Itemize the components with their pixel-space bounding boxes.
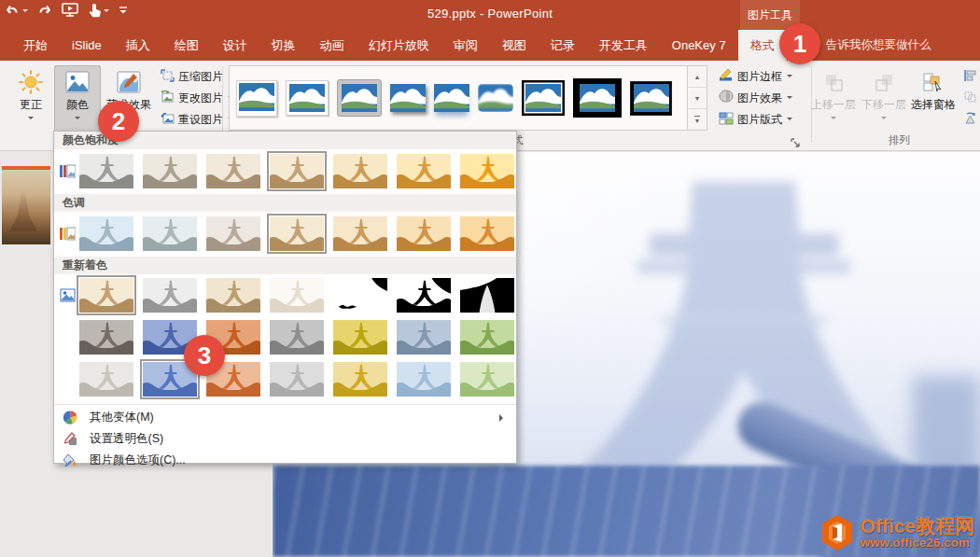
ribbon-tab-5[interactable]: 设计	[211, 30, 259, 61]
picture-effects-caret	[787, 96, 792, 102]
recolor-thumb-r1-2[interactable]	[140, 275, 200, 315]
picture-style-thumb-2[interactable]	[286, 71, 329, 125]
recolor-thumb-r2-1[interactable]	[77, 317, 136, 357]
picture-layout-icon	[719, 111, 734, 128]
ribbon-tab-3[interactable]: 插入	[114, 30, 162, 61]
dialog-launcher-icon[interactable]	[791, 135, 802, 146]
picture-style-thumb-5[interactable]	[434, 71, 469, 125]
group-button-clipped[interactable]	[963, 89, 977, 107]
recolor-thumb-r3-4[interactable]	[267, 359, 327, 399]
ribbon-tab-2[interactable]: iSlide	[60, 30, 114, 61]
more-variations-item[interactable]: 其他变体(M)	[54, 407, 516, 428]
recolor-thumb-r1-5[interactable]	[330, 275, 390, 315]
ribbon-tab-1[interactable]: 开始	[11, 30, 60, 61]
recolor-thumb-r3-7[interactable]	[457, 359, 517, 399]
ribbon-tab-9[interactable]: 审阅	[441, 30, 490, 61]
selection-pane-label: 选择窗格	[911, 97, 956, 113]
picture-effects-button[interactable]: 图片效果	[719, 89, 792, 107]
picture-style-thumb-9[interactable]	[630, 71, 672, 125]
ribbon-tab-4[interactable]: 绘图	[162, 30, 211, 61]
recolor-thumb-r3-6[interactable]	[394, 359, 454, 399]
recolor-thumb-r1-4[interactable]	[267, 275, 327, 315]
saturation-thumb-3[interactable]	[203, 151, 263, 191]
ribbon-tab-13[interactable]: OneKey 7	[660, 30, 738, 61]
recolor-thumb-r1-6[interactable]	[394, 275, 454, 315]
recolor-thumb-r3-1[interactable]	[77, 359, 136, 399]
selection-pane-button[interactable]: 选择窗格	[907, 65, 959, 132]
bring-forward-icon	[823, 70, 844, 94]
watermark-name: Office教程网	[860, 516, 974, 536]
recolor-gallery-row-2	[54, 316, 516, 358]
picture-style-thumb-7[interactable]	[522, 71, 565, 125]
color-caret	[75, 117, 80, 122]
saturation-thumb-4[interactable]	[267, 151, 327, 191]
tone-thumb-1[interactable]	[77, 214, 136, 254]
gallery-scrollbar: ▲ ▼ ▼	[688, 65, 707, 131]
artistic-effects-icon	[117, 70, 141, 94]
recolor-thumb-r2-4[interactable]	[267, 317, 327, 357]
saturation-thumb-7[interactable]	[457, 151, 517, 191]
reset-picture-icon	[161, 112, 175, 128]
recolor-thumb-r2-7[interactable]	[457, 317, 517, 357]
tell-me-box[interactable]: 告诉我你想要做什么	[826, 37, 931, 53]
gallery-more-icon[interactable]: ▼	[688, 109, 707, 130]
picture-color-options-item[interactable]: 图片颜色选项(C)...	[54, 450, 516, 471]
tone-thumb-5[interactable]	[330, 214, 390, 254]
rotate-button-clipped[interactable]	[963, 110, 977, 129]
align-button-clipped[interactable]	[963, 67, 977, 86]
ribbon-tab-11[interactable]: 记录	[539, 30, 587, 61]
tone-thumb-6[interactable]	[394, 214, 454, 254]
saturation-gallery-icon	[58, 164, 77, 178]
ribbon-tab-8[interactable]: 幻灯片放映	[357, 30, 441, 61]
set-transparent-color-item[interactable]: 设置透明色(S)	[54, 428, 516, 450]
color-picture-icon	[65, 70, 90, 94]
picture-style-thumb-6[interactable]	[478, 71, 513, 125]
saturation-thumb-1[interactable]	[77, 151, 136, 191]
color-button[interactable]: 颜色	[54, 65, 101, 132]
ribbon-tab-6[interactable]: 切换	[259, 30, 308, 61]
saturation-thumb-2[interactable]	[140, 151, 200, 191]
tone-thumb-2[interactable]	[140, 214, 200, 254]
ribbon-tab-10[interactable]: 视图	[490, 30, 539, 61]
picture-style-thumb-3[interactable]	[337, 71, 382, 125]
ribbon-tab-12[interactable]: 开发工具	[587, 30, 660, 61]
picture-style-thumb-8[interactable]	[573, 71, 622, 125]
corrections-button[interactable]: 更正	[7, 65, 54, 132]
picture-style-thumb-1[interactable]	[236, 71, 277, 125]
picture-style-thumb-4[interactable]	[390, 71, 426, 125]
picture-border-label: 图片边框	[737, 69, 782, 85]
ribbon-tab-7[interactable]: 动画	[308, 30, 357, 61]
tone-thumb-7[interactable]	[457, 214, 517, 254]
picture-layout-button[interactable]: 图片版式	[719, 110, 792, 129]
sun-icon	[19, 70, 43, 94]
title-bar: 529.pptx - PowerPoint 图片工具	[0, 0, 980, 30]
gallery-scroll-up-icon[interactable]: ▲	[688, 66, 707, 88]
saturation-thumb-5[interactable]	[330, 151, 390, 191]
compress-picture-button[interactable]: 压缩图片	[161, 67, 223, 86]
arrange-group-label: 排列	[889, 133, 910, 147]
tone-thumb-3[interactable]	[203, 214, 263, 254]
bring-forward-button: 上移一层	[808, 65, 859, 132]
gallery-scroll-down-icon[interactable]: ▼	[688, 88, 707, 109]
recolor-thumb-r2-6[interactable]	[394, 317, 454, 357]
slide-thumbnail[interactable]	[2, 166, 50, 244]
recolor-thumb-r2-5[interactable]	[330, 317, 390, 357]
recolor-gallery-row-3	[54, 358, 516, 400]
picture-layout-caret	[787, 118, 792, 123]
picture-border-button[interactable]: 图片边框	[719, 67, 792, 86]
recolor-thumb-r3-5[interactable]	[330, 359, 390, 399]
group-objects-icon	[963, 91, 977, 106]
more-variations-label: 其他变体(M)	[90, 410, 154, 425]
tone-thumb-4[interactable]	[267, 214, 327, 254]
saturation-thumb-6[interactable]	[394, 151, 454, 191]
picture-styles-gallery	[229, 65, 688, 131]
rotate-icon	[963, 112, 977, 128]
step-badge-1: 1	[779, 23, 820, 64]
bring-forward-caret	[831, 117, 836, 122]
recolor-thumb-r1-7[interactable]	[457, 275, 517, 315]
set-transparent-color-label: 设置透明色(S)	[90, 431, 163, 447]
saturation-gallery-row	[54, 149, 516, 194]
recolor-thumb-r1-3[interactable]	[203, 275, 263, 315]
office-logo-icon	[820, 514, 854, 551]
recolor-thumb-r1-1[interactable]	[77, 275, 136, 315]
